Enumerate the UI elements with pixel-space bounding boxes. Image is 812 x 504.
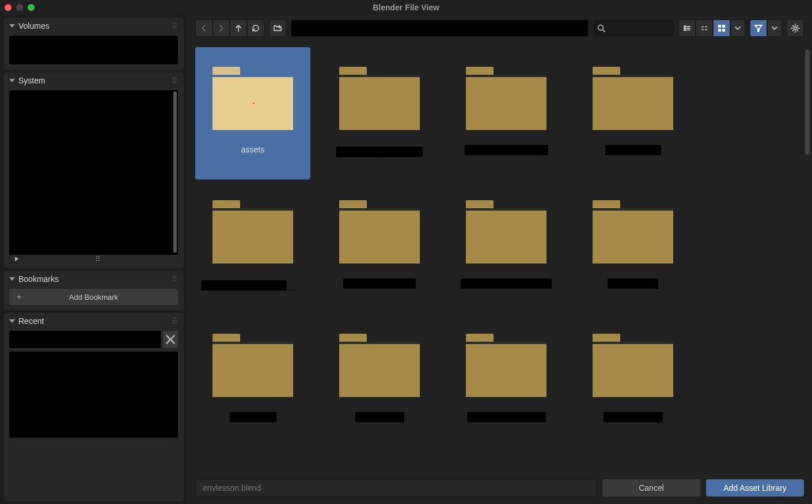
svg-rect-2 [722,25,725,28]
plus-icon: ＋ [15,292,23,302]
search-box[interactable] [593,20,674,37]
system-panel: System ⠿ ⠿ [3,72,184,268]
folder-label [355,412,404,424]
main-area: assets Cancel Add Asset Library [187,15,812,504]
folder-icon [466,200,547,264]
folder-item[interactable] [449,181,564,313]
parent-button[interactable] [230,20,247,37]
system-header[interactable]: System ⠿ [3,72,184,89]
path-input[interactable] [291,20,589,37]
folder-item[interactable] [195,314,310,446]
recent-item[interactable] [9,331,161,348]
thumbnail-view-button[interactable] [713,20,730,37]
window-controls [5,4,35,11]
folder-label [605,145,661,157]
svg-point-0 [598,25,604,30]
drag-handle-icon[interactable]: ⠿ [172,76,178,85]
folder-item[interactable] [322,181,437,313]
filename-input[interactable] [195,479,597,497]
bookmarks-header[interactable]: Bookmarks ⠿ [3,271,184,287]
folder-item[interactable] [449,47,564,180]
settings-button[interactable] [787,20,804,37]
drag-handle-icon[interactable]: ⠿ [172,274,178,284]
maximize-window-button[interactable] [28,4,35,11]
resize-handle-icon[interactable]: ⠿ [95,255,101,264]
volumes-label: Volumes [18,21,50,30]
folder-icon [339,200,420,264]
folder-label [608,278,658,291]
folder-label [201,278,305,292]
chevron-down-icon [9,319,15,323]
folder-item[interactable] [195,181,310,313]
system-list[interactable]: ⠿ [9,90,178,263]
folder-item[interactable] [575,47,690,180]
view-options-dropdown[interactable] [730,20,745,37]
list-horizontal-icon [700,24,709,33]
folder-label [230,412,276,424]
folder-icon [213,67,293,130]
chevron-down-icon [9,24,15,28]
bookmarks-panel: Bookmarks ⠿ ＋ Add Bookmark [3,271,184,310]
list-view-horizontal-button[interactable] [696,20,713,37]
filter-dropdown[interactable] [767,20,782,37]
arrow-left-icon [199,24,208,33]
recent-list[interactable] [9,352,178,438]
svg-rect-4 [722,29,725,32]
volumes-panel: Volumes ⠿ [3,18,184,70]
bookmarks-label: Bookmarks [18,274,59,284]
scrollbar[interactable] [173,91,177,253]
volumes-list[interactable] [9,36,178,64]
remove-recent-button[interactable] [163,331,178,348]
folder-icon [466,334,547,397]
scrollbar[interactable] [805,49,810,469]
drag-handle-icon[interactable]: ⠿ [172,21,178,30]
grid-icon [717,24,726,33]
folder-item[interactable] [575,181,690,313]
add-asset-library-button[interactable]: Add Asset Library [706,479,804,497]
volumes-header[interactable]: Volumes ⠿ [3,18,184,34]
search-icon [597,24,606,33]
minimize-window-button[interactable] [16,4,23,11]
folder-item[interactable] [322,47,437,180]
close-window-button[interactable] [5,4,12,11]
filter-button[interactable] [750,20,767,37]
folder-item[interactable] [575,314,690,446]
close-icon [163,332,178,347]
new-folder-button[interactable] [269,20,286,37]
folder-label [467,412,546,424]
file-grid: assets [187,41,812,472]
toolbar [187,15,812,41]
scrollbar-thumb[interactable] [805,49,810,155]
folder-item[interactable] [322,314,437,446]
refresh-button[interactable] [247,20,264,37]
chevron-down-icon [9,277,15,281]
recent-header[interactable]: Recent ⠿ [3,313,184,329]
folder-label: assets [241,145,264,154]
drag-handle-icon[interactable]: ⠿ [172,316,178,326]
refresh-icon [251,24,260,33]
window-title: Blender File View [373,3,439,12]
recent-panel: Recent ⠿ [3,313,184,501]
expand-icon[interactable] [15,257,18,261]
new-folder-icon [273,24,282,33]
funnel-icon [754,24,763,33]
back-button[interactable] [195,20,213,37]
folder-icon [339,67,420,130]
arrow-right-icon [217,24,226,33]
cancel-button[interactable]: Cancel [602,479,700,497]
list-view-vertical-button[interactable] [678,20,696,37]
gear-icon [791,24,800,33]
chevron-down-icon [9,79,15,82]
folder-icon [593,334,673,397]
chevron-down-icon [733,24,742,33]
sidebar: Volumes ⠿ System ⠿ ⠿ [0,15,187,504]
folder-item[interactable] [449,314,564,446]
folder-item[interactable]: assets [195,47,310,180]
add-bookmark-button[interactable]: ＋ Add Bookmark [9,289,178,305]
svg-rect-3 [718,29,721,32]
list-vertical-icon [682,24,692,33]
titlebar: Blender File View [0,0,812,15]
forward-button[interactable] [213,20,230,37]
svg-rect-1 [718,25,721,28]
recent-label: Recent [18,316,44,326]
